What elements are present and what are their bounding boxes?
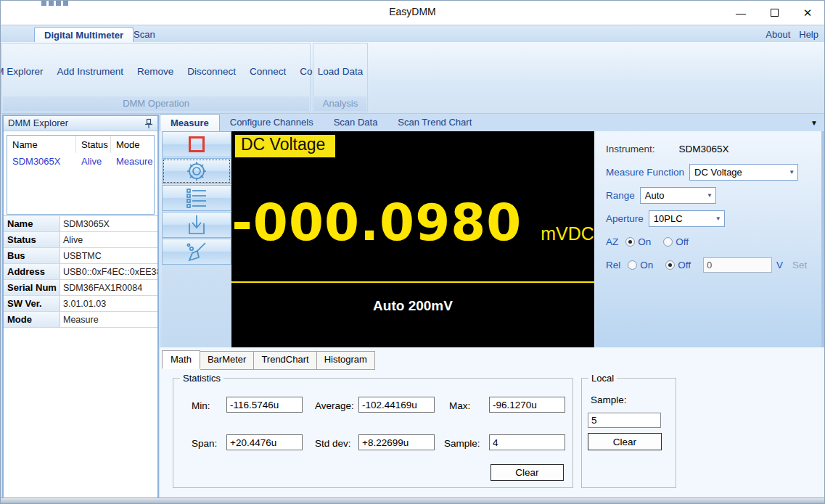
property-row-name: Name SDM3065X: [4, 216, 157, 232]
ribbon-tab-scan[interactable]: Scan: [124, 27, 165, 43]
tab-math[interactable]: Math: [162, 350, 200, 369]
easydmm-window: EasyDMM — ✕ Digital Multimeter Scan Abou…: [0, 0, 825, 504]
range-select[interactable]: Auto ▼: [640, 187, 716, 204]
sample-value-input[interactable]: [489, 434, 565, 450]
rel-unit-label: V: [776, 260, 783, 270]
maximize-button[interactable]: [758, 1, 791, 25]
stop-button[interactable]: [162, 131, 231, 157]
dmm-explorer-panel-title: DMM Explorer: [8, 117, 68, 128]
ribbon-tab-digital-multimeter[interactable]: Digital Multimeter: [34, 27, 134, 43]
measure-content: DC Voltage -000.0980 mVDC Auto 200mV Ins…: [160, 131, 824, 347]
clear-display-button[interactable]: [162, 239, 231, 265]
analysis-panel: Math BarMeter TrendChart Histogram Stati…: [160, 347, 824, 497]
az-off-radio[interactable]: Off: [663, 236, 694, 247]
stddev-value-input[interactable]: [358, 434, 435, 450]
tab-overflow-icon[interactable]: ▼: [810, 119, 818, 127]
span-value-input[interactable]: [226, 434, 303, 450]
max-value-input[interactable]: [489, 397, 565, 413]
range-label: Range: [606, 190, 635, 201]
chevron-down-icon: ▼: [789, 169, 795, 175]
measurement-unit: mVDC: [541, 223, 594, 244]
quick-access-toolbar[interactable]: [41, 1, 75, 6]
property-row-mode: Mode Measure: [4, 312, 157, 328]
aperture-select[interactable]: 10PLC ▼: [649, 210, 725, 227]
rel-set-button[interactable]: Set: [792, 260, 807, 270]
measurement-reading: -000.0980: [231, 194, 522, 252]
radio-icon: [628, 260, 637, 270]
average-label: Average:: [315, 400, 354, 411]
min-value-input[interactable]: [226, 397, 303, 413]
average-value-input[interactable]: [358, 397, 435, 413]
chevron-down-icon: ▼: [715, 215, 721, 222]
analysis-tab-strip: Math BarMeter TrendChart Histogram: [162, 351, 375, 370]
maximize-icon: [771, 9, 779, 17]
measure-function-select[interactable]: DC Voltage ▼: [689, 164, 798, 181]
menu-about[interactable]: About: [766, 29, 790, 40]
menu-help[interactable]: Help: [799, 29, 818, 40]
measure-config-panel: Instrument: SDM3065X Measure Function DC…: [596, 131, 824, 347]
local-sample-input[interactable]: [588, 413, 661, 428]
dmm-explorer-button[interactable]: DMM Explorer: [0, 64, 44, 79]
measure-function-label: Measure Function: [606, 167, 684, 178]
aperture-label: Aperture: [606, 213, 644, 224]
list-button[interactable]: [162, 185, 231, 211]
sample-label: Sample:: [444, 438, 480, 449]
add-instrument-button[interactable]: Add Instrument: [55, 64, 125, 79]
local-title: Local: [588, 373, 617, 384]
measure-toolbar: [162, 131, 231, 347]
statistics-clear-button[interactable]: Clear: [491, 464, 564, 481]
title-bar: EasyDMM — ✕: [1, 1, 824, 25]
tab-scan-trend-chart[interactable]: Scan Trend Chart: [387, 114, 482, 131]
save-data-button[interactable]: [162, 212, 231, 238]
property-row-bus: Bus USBTMC: [4, 248, 157, 264]
instrument-row-sdm3065x[interactable]: SDM3065X Alive Measure: [7, 153, 154, 170]
disconnect-button[interactable]: Disconnect: [186, 64, 237, 79]
tab-measure[interactable]: Measure: [160, 114, 220, 131]
settings-button[interactable]: [162, 158, 231, 184]
property-row-address: Address USB0::0xF4EC::0xEE38::....: [4, 264, 157, 280]
az-on-radio[interactable]: On: [625, 236, 656, 247]
rel-off-radio[interactable]: Off: [665, 260, 696, 270]
remove-button[interactable]: Remove: [136, 64, 175, 79]
connect-button[interactable]: Connect: [248, 64, 287, 79]
local-clear-button[interactable]: Clear: [588, 433, 662, 450]
display-divider: [231, 281, 594, 283]
range-indicator: Auto 200mV: [231, 298, 594, 314]
close-button[interactable]: ✕: [791, 1, 824, 25]
radio-icon: [625, 237, 635, 247]
function-badge: DC Voltage: [235, 135, 335, 157]
tab-barmeter[interactable]: BarMeter: [200, 351, 254, 370]
statistics-title: Statistics: [180, 373, 223, 384]
column-header-mode: Mode: [111, 136, 154, 153]
meter-display: DC Voltage -000.0980 mVDC Auto 200mV: [231, 131, 594, 347]
property-row-status: Status Alive: [4, 232, 157, 248]
radio-icon: [665, 260, 675, 270]
load-data-button[interactable]: Load Data: [316, 64, 364, 79]
rel-value-input[interactable]: [703, 257, 772, 273]
tab-histogram[interactable]: Histogram: [317, 351, 375, 370]
column-header-name: Name: [7, 136, 76, 153]
rel-label: Rel: [606, 260, 620, 270]
property-row-swver: SW Ver. 3.01.01.03: [4, 296, 157, 312]
column-header-status: Status: [76, 136, 111, 153]
span-label: Span:: [192, 438, 217, 449]
chevron-down-icon: ▼: [707, 192, 713, 199]
ribbon-group-dmm-operation: DMM Explorer Add Instrument Remove Disco…: [1, 43, 311, 112]
ribbon: DMM Explorer Add Instrument Remove Disco…: [1, 42, 824, 114]
instrument-list: Name Status Mode SDM3065X Alive Measure: [7, 135, 155, 215]
gear-icon: [184, 160, 209, 183]
tab-scan-data[interactable]: Scan Data: [324, 114, 388, 131]
pin-icon[interactable]: [144, 118, 154, 129]
local-groupbox: Local Sample: Clear: [581, 378, 676, 488]
max-label: Max:: [449, 400, 470, 411]
minimize-button[interactable]: —: [724, 1, 758, 25]
list-icon: [185, 188, 208, 208]
tab-trendchart[interactable]: TrendChart: [254, 351, 316, 370]
save-icon: [186, 214, 208, 236]
document-tab-strip: Measure Configure Channels Scan Data Sca…: [160, 114, 824, 131]
rel-on-radio[interactable]: On: [628, 260, 658, 270]
group-label-dmm-operation: DMM Operation: [3, 96, 309, 111]
window-title: EasyDMM: [1, 6, 824, 17]
stddev-label: Std dev:: [315, 438, 351, 449]
tab-configure-channels[interactable]: Configure Channels: [220, 114, 324, 131]
